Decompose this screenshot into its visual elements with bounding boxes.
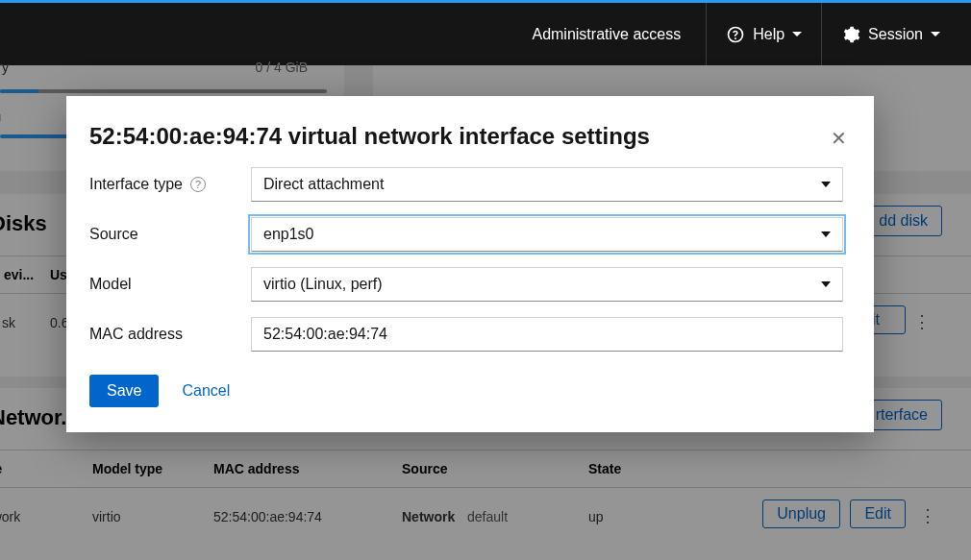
- chevron-down-icon: [821, 182, 831, 187]
- mac-row: MAC address 52:54:00:ae:94:74: [89, 317, 843, 352]
- interface-type-select[interactable]: Direct attachment: [251, 167, 843, 202]
- save-button[interactable]: Save: [89, 375, 159, 407]
- source-row: Source enp1s0: [89, 217, 843, 252]
- help-icon: [726, 25, 745, 44]
- source-value: enp1s0: [263, 226, 314, 243]
- help-label: Help: [753, 26, 784, 43]
- chevron-down-icon: [821, 281, 831, 287]
- cancel-label: Cancel: [182, 382, 230, 399]
- interface-type-row: Interface type ? Direct attachment: [89, 167, 843, 202]
- save-label: Save: [107, 382, 141, 399]
- model-row: Model virtio (Linux, perf): [89, 267, 843, 302]
- mac-label: MAC address: [89, 326, 251, 343]
- mac-input[interactable]: 52:54:00:ae:94:74: [251, 317, 843, 352]
- help-icon[interactable]: ?: [190, 177, 206, 192]
- vnic-settings-modal: 52:54:00:ae:94:74 virtual network interf…: [66, 96, 874, 432]
- interface-type-label: Interface type ?: [89, 176, 251, 193]
- administrative-access-button[interactable]: Administrative access: [512, 3, 706, 65]
- mac-value: 52:54:00:ae:94:74: [263, 326, 387, 343]
- administrative-access-label: Administrative access: [532, 26, 681, 43]
- model-select[interactable]: virtio (Linux, perf): [251, 267, 843, 302]
- close-icon[interactable]: ✕: [831, 127, 847, 150]
- chevron-down-icon: [821, 231, 831, 237]
- cancel-button[interactable]: Cancel: [182, 382, 230, 400]
- model-value: virtio (Linux, perf): [263, 276, 383, 293]
- session-menu[interactable]: Session: [821, 3, 959, 65]
- interface-type-value: Direct attachment: [263, 176, 384, 193]
- source-select[interactable]: enp1s0: [251, 217, 843, 252]
- model-label: Model: [89, 276, 251, 293]
- caret-down-icon: [931, 32, 940, 37]
- gear-icon: [841, 25, 860, 44]
- session-label: Session: [868, 26, 923, 43]
- topbar: Administrative access Help Session: [0, 0, 971, 65]
- source-label: Source: [89, 226, 251, 243]
- help-menu[interactable]: Help: [706, 3, 821, 65]
- modal-footer: Save Cancel: [89, 375, 843, 407]
- modal-title: 52:54:00:ae:94:74 virtual network interf…: [89, 123, 843, 150]
- caret-down-icon: [792, 32, 802, 37]
- interface-type-label-text: Interface type: [89, 176, 183, 193]
